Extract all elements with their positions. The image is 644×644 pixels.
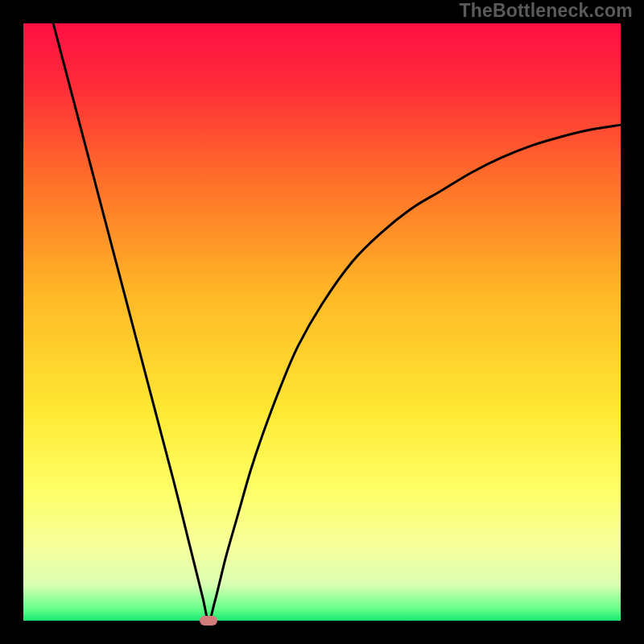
watermark-text: TheBottleneck.com (459, 0, 633, 22)
bottleneck-chart (0, 0, 644, 644)
plot-background (23, 23, 621, 621)
chart-stage: TheBottleneck.com (0, 0, 644, 644)
curve-minimum-marker (200, 616, 217, 625)
